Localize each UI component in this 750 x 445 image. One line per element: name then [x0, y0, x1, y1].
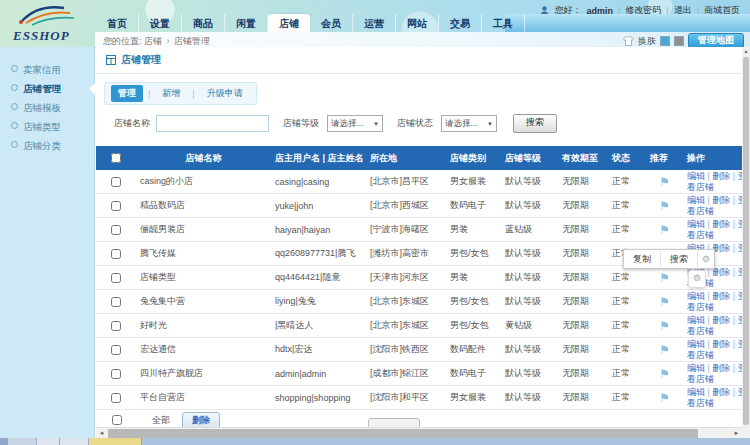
- action-link-1[interactable]: 删除: [712, 243, 730, 253]
- recommend-flag-icon[interactable]: ⚑: [659, 295, 670, 309]
- row-checkbox[interactable]: [111, 297, 121, 307]
- row-checkbox[interactable]: [111, 249, 121, 259]
- esshop-logo[interactable]: ESSHOP: [0, 0, 95, 47]
- skin-swatch-gray[interactable]: [674, 36, 684, 46]
- nav-tab-9[interactable]: 工具: [482, 14, 525, 32]
- nav-tab-8[interactable]: 交易: [439, 14, 482, 32]
- action-link-1[interactable]: 删除: [712, 267, 730, 277]
- action-link-1[interactable]: 删除: [712, 291, 730, 301]
- nav-tab-4[interactable]: 店铺: [268, 14, 310, 32]
- action-link-1[interactable]: 删除: [712, 387, 730, 397]
- location-cell: [成都市]锦江区: [366, 362, 446, 386]
- col-header-8: 操作: [683, 146, 742, 170]
- action-link-0[interactable]: 编辑: [687, 315, 705, 325]
- row-checkbox[interactable]: [111, 225, 121, 235]
- logo-swoosh-icon: [16, 2, 78, 28]
- owner-cell: |黑晴达人: [271, 314, 366, 338]
- skin-swatch-blue[interactable]: [660, 36, 670, 46]
- scroll-left-arrow-icon[interactable]: ◄: [96, 428, 107, 438]
- horizontal-scroll-thumb[interactable]: [108, 429, 698, 438]
- status-cell: 正常: [608, 338, 646, 362]
- actions-cell: 编辑 | 删除 | 查看店铺: [683, 218, 742, 242]
- nav-tab-6[interactable]: 运营: [353, 14, 396, 32]
- shop-name-input[interactable]: [156, 115, 269, 132]
- vertical-scrollbar[interactable]: ▲: [742, 47, 750, 438]
- action-link-1[interactable]: 删除: [712, 219, 730, 229]
- tab-0[interactable]: 管理: [111, 85, 143, 102]
- owner-cell: qq2608977731|腾飞: [271, 242, 366, 266]
- tab-2[interactable]: 升级申请: [200, 85, 250, 102]
- shop-name-cell: 精品数码店: [136, 194, 271, 218]
- search-button[interactable]: 搜索: [513, 114, 557, 133]
- action-link-0[interactable]: 编辑: [687, 363, 705, 373]
- action-link-1[interactable]: 删除: [712, 339, 730, 349]
- header-checkbox[interactable]: [111, 153, 121, 163]
- nav-tab-0[interactable]: 首页: [96, 14, 139, 32]
- shop-grade-select[interactable]: 请选择... ▼: [327, 115, 383, 132]
- action-link-1[interactable]: 删除: [712, 363, 730, 373]
- nav-tab-5[interactable]: 会员: [310, 14, 353, 32]
- breadcrumb-item-0[interactable]: 店铺: [144, 36, 165, 46]
- breadcrumb-item-1[interactable]: 店铺管理: [172, 36, 211, 46]
- row-checkbox[interactable]: [111, 273, 121, 283]
- nav-tab-7[interactable]: 网站: [396, 14, 439, 32]
- action-separator: |: [730, 195, 737, 205]
- nav-tab-3[interactable]: 闲置: [225, 14, 268, 32]
- header-checkbox-cell: [96, 146, 136, 170]
- bulk-delete-button[interactable]: 删除: [182, 412, 220, 429]
- action-link-0[interactable]: 编辑: [687, 387, 705, 397]
- nav-tab-2[interactable]: 商品: [182, 14, 225, 32]
- row-checkbox[interactable]: [111, 345, 121, 355]
- row-checkbox[interactable]: [111, 369, 121, 379]
- row-checkbox[interactable]: [111, 177, 121, 187]
- row-checkbox[interactable]: [111, 321, 121, 331]
- grade-cell: 蓝钻级: [501, 218, 558, 242]
- scroll-up-arrow-icon[interactable]: ▲: [742, 47, 750, 56]
- sidebar-item-0[interactable]: 卖家信用: [0, 60, 94, 79]
- bullet-icon: [11, 103, 18, 110]
- recommend-flag-icon[interactable]: ⚑: [659, 175, 670, 189]
- taskbar-segment: [60, 438, 89, 445]
- tab-1[interactable]: 新增: [155, 85, 187, 102]
- action-link-0[interactable]: 编辑: [687, 219, 705, 229]
- action-link-0[interactable]: 编辑: [687, 195, 705, 205]
- recommend-flag-icon[interactable]: ⚑: [659, 367, 670, 381]
- scroll-right-arrow-icon[interactable]: ►: [731, 428, 742, 438]
- floating-gear-icon[interactable]: ⚙: [688, 270, 706, 288]
- row-checkbox[interactable]: [111, 393, 121, 403]
- recommend-flag-icon[interactable]: ⚑: [659, 391, 670, 405]
- nav-tab-1[interactable]: 设置: [139, 14, 182, 32]
- row-checkbox[interactable]: [111, 201, 121, 211]
- recommend-flag-icon[interactable]: ⚑: [659, 343, 670, 357]
- action-link-1[interactable]: 删除: [712, 195, 730, 205]
- category-cell: 男女服装: [446, 170, 501, 194]
- sidebar-item-1[interactable]: 店铺管理: [0, 79, 94, 98]
- select-all-checkbox[interactable]: [112, 415, 122, 425]
- action-link-1[interactable]: 删除: [712, 315, 730, 325]
- actions-cell: 编辑 | 删除 | 查看店铺: [683, 362, 742, 386]
- recommend-flag-icon[interactable]: ⚑: [659, 319, 670, 333]
- tabs-row: 管理|新增|升级申请: [104, 82, 257, 105]
- recommend-flag-icon[interactable]: ⚑: [659, 271, 670, 285]
- grade-cell: 默认等级: [501, 266, 558, 290]
- sidebar-item-4[interactable]: 店铺分类: [0, 136, 94, 155]
- action-link-0[interactable]: 编辑: [687, 291, 705, 301]
- action-link-1[interactable]: 删除: [712, 171, 730, 181]
- breadcrumb-prefix: 您的位置:: [103, 36, 142, 46]
- sidebar-item-3[interactable]: 店铺类型: [0, 117, 94, 136]
- action-link-0[interactable]: 编辑: [687, 171, 705, 181]
- sidebar-item-2[interactable]: 店铺模板: [0, 98, 94, 117]
- recommend-flag-icon[interactable]: ⚑: [659, 199, 670, 213]
- bullet-icon: [11, 122, 18, 129]
- bullet-icon: [11, 65, 18, 72]
- bullet-icon: [11, 141, 18, 148]
- popup-copy-button[interactable]: 复制: [624, 251, 661, 267]
- horizontal-scrollbar[interactable]: ◄ ►: [96, 427, 742, 438]
- expiry-cell: 无限期: [558, 362, 608, 386]
- vertical-scroll-thumb[interactable]: [743, 57, 749, 425]
- popup-search-button[interactable]: 搜索: [661, 251, 698, 267]
- action-link-0[interactable]: 编辑: [687, 339, 705, 349]
- popup-gear-icon[interactable]: ⚙: [698, 254, 714, 264]
- recommend-flag-icon[interactable]: ⚑: [659, 223, 670, 237]
- shop-status-select[interactable]: 请选择... ▼: [441, 115, 497, 132]
